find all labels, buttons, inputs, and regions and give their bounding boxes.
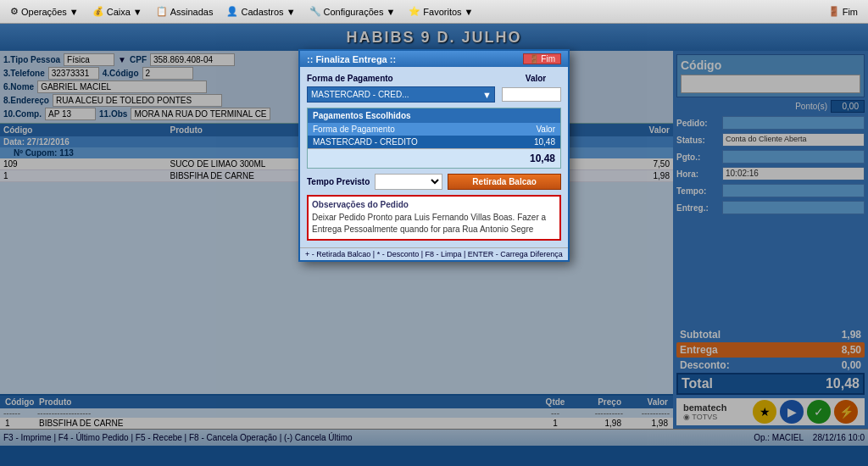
chosen-value: 10,48 [434,137,555,147]
configuracoes-icon: 🔧 [309,6,321,17]
chosen-col-payment: Forma de Pagamento [313,125,434,134]
menu-configuracoes[interactable]: 🔧 Configurações ▼ [303,3,403,19]
assinadas-icon: 📋 [156,6,168,17]
retirada-button[interactable]: Retirada Balcao [448,174,561,190]
chosen-row: MASTERCARD - CREDITO 10,48 [308,136,560,148]
menu-fim[interactable]: 🚪 Fim [821,3,865,19]
modal-overlay: :: Finaliza Entrega :: 🚪 Fim Forma de Pa… [0,24,868,466]
chosen-payment: MASTERCARD - CREDITO [313,137,434,147]
tempo-section: Tempo Previsto Retirada Balcao [307,174,561,190]
chosen-total: 10,48 [308,148,560,168]
menu-assinadas[interactable]: 📋 Assinadas [149,3,220,19]
menu-favoritos[interactable]: ⭐ Favoritos ▼ [402,3,480,19]
modal-titlebar: :: Finaliza Entrega :: 🚪 Fim [300,51,568,67]
payment-valor-label: Valor [510,74,561,83]
obs-section: Observações do Pedido Deixar Pedido Pron… [307,195,561,241]
tempo-previsto-label: Tempo Previsto [307,177,370,186]
payment-value-input[interactable] [502,87,561,102]
payment-select-wrap: MASTERCARD - CRED... DINHEIRO VISA CREDI… [307,86,495,103]
payment-labels-row: Forma de Pagamento Valor [307,74,561,83]
modal-title: :: Finaliza Entrega :: [307,54,396,64]
menu-caixa[interactable]: 💰 Caixa ▼ [86,3,149,19]
fim-icon: 🚪 [529,54,539,64]
payment-select[interactable]: MASTERCARD - CRED... DINHEIRO VISA CREDI… [307,86,495,103]
modal-body: Forma de Pagamento Valor MASTERCARD - CR… [300,67,568,247]
payment-inputs-row: MASTERCARD - CRED... DINHEIRO VISA CREDI… [307,86,561,103]
favoritos-icon: ⭐ [409,6,420,17]
obs-text: Deixar Pedido Pronto para Luis Fernando … [312,212,556,236]
menu-cadastros[interactable]: 👤 Cadastros ▼ [220,3,302,19]
tempo-select[interactable] [375,174,442,190]
menubar: ⚙ Operações ▼ 💰 Caixa ▼ 📋 Assinadas 👤 Ca… [0,0,868,24]
chosen-columns: Forma de Pagamento Valor [308,123,560,136]
chosen-col-value: Valor [434,125,555,134]
operacoes-icon: ⚙ [10,6,19,17]
payment-form-label: Forma de Pagamento [307,74,504,83]
chosen-payments: Pagamentos Escolhidos Forma de Pagamento… [307,108,561,169]
payment-section: Forma de Pagamento Valor MASTERCARD - CR… [307,74,561,103]
cadastros-icon: 👤 [226,6,238,17]
fim-icon: 🚪 [828,6,840,17]
menu-operacoes[interactable]: ⚙ Operações ▼ [3,3,86,19]
modal-finaliza-entrega: :: Finaliza Entrega :: 🚪 Fim Forma de Pa… [298,49,570,262]
obs-title: Observações do Pedido [312,200,556,209]
chosen-header: Pagamentos Escolhidos [308,108,560,123]
modal-footer: + - Retirada Balcao | * - Desconto | F8 … [300,247,568,260]
modal-close-button[interactable]: 🚪 Fim [523,53,561,64]
caixa-icon: 💰 [92,6,104,17]
